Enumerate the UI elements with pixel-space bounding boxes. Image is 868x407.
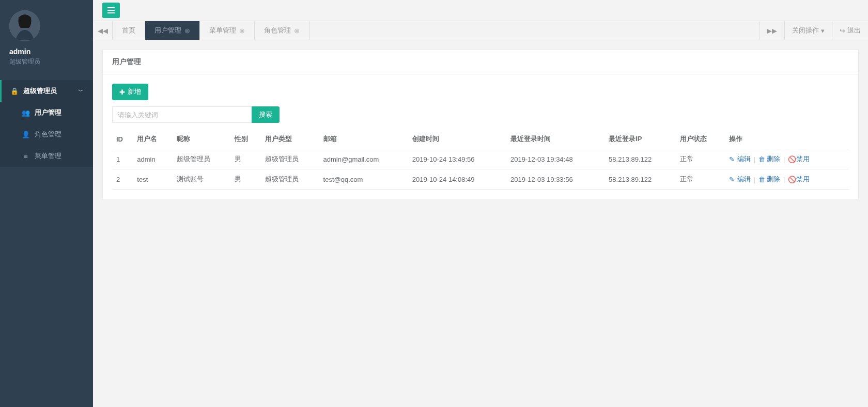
chevron-down-icon: ﹀ [78,87,84,95]
user-role-label: 超级管理员 [9,57,84,66]
cell-nickname: 超级管理员 [173,149,231,169]
sidebar-item-菜单管理[interactable]: ≡菜单管理 [0,145,93,167]
main-panel: 用户管理 ✚新增 搜索 ID用户名昵称性别用户类型邮箱创建时间最近登录时间最近登… [102,50,859,199]
list-icon: ≡ [22,152,29,160]
table-header: 最近登录时间 [506,129,605,149]
table-row: 2test测试账号男超级管理员test@qq.com2019-10-24 14:… [112,169,849,190]
cell-last_ip: 58.213.89.122 [605,149,676,169]
trash-icon: 🗑 [758,176,765,183]
trash-icon: 🗑 [758,155,765,163]
users-table: ID用户名昵称性别用户类型邮箱创建时间最近登录时间最近登录IP用户状态操作 1a… [112,129,849,190]
tabs-scroll-left-button[interactable]: ◀◀ [93,21,113,40]
cell-gender: 男 [230,169,260,190]
sidebar-item-label: 角色管理 [35,130,61,139]
table-header: 创建时间 [408,129,506,149]
profile-block: admin 超级管理员 [0,0,93,74]
tab-label: 菜单管理 [209,26,236,35]
cell-last_ip: 58.213.89.122 [605,169,676,190]
users-icon: 👥 [22,109,29,117]
tab-首页[interactable]: 首页 [113,21,145,40]
avatar[interactable] [9,10,40,41]
menu-toggle-button[interactable] [102,3,120,18]
tab-菜单管理[interactable]: 菜单管理⊗ [200,21,255,40]
edit-link[interactable]: ✎编辑 [729,175,751,184]
sidebar-item-用户管理[interactable]: 👥用户管理 [0,102,93,123]
tabbar: ◀◀ 首页用户管理⊗菜单管理⊗角色管理⊗ ▶▶ 关闭操作▾ ↪退出 [93,21,868,40]
search-button[interactable]: 搜索 [252,106,280,123]
cell-last_login: 2019-12-03 19:33:56 [506,169,605,190]
add-button-label: 新增 [128,87,141,97]
close-ops-dropdown[interactable]: 关闭操作▾ [784,21,832,40]
topbar [93,0,868,21]
close-ops-label: 关闭操作 [792,26,819,35]
table-header: 用户类型 [261,129,319,149]
table-header: 用户名 [133,129,173,149]
close-icon[interactable]: ⊗ [239,27,245,35]
tab-角色管理[interactable]: 角色管理⊗ [255,21,309,40]
table-header: 用户状态 [676,129,725,149]
edit-link[interactable]: ✎编辑 [729,154,751,164]
tab-label: 用户管理 [154,26,181,35]
add-button[interactable]: ✚新增 [112,84,148,100]
nav-menu: 🔒超级管理员 ﹀ 👥用户管理👤角色管理≡菜单管理 [0,80,93,167]
delete-link[interactable]: 🗑删除 [758,154,780,164]
table-header: 最近登录IP [605,129,676,149]
sidebar-item-角色管理[interactable]: 👤角色管理 [0,123,93,145]
cell-last_login: 2019-12-03 19:34:48 [506,149,605,169]
nav-group-super-admin[interactable]: 🔒超级管理员 ﹀ [0,80,93,102]
table-header: 性别 [230,129,260,149]
logout-button[interactable]: ↪退出 [832,21,868,40]
username-label: admin [9,48,84,56]
logout-icon: ↪ [840,27,845,35]
user-icon: 👤 [22,131,29,138]
close-icon[interactable]: ⊗ [294,27,300,35]
cell-email: test@qq.com [319,169,408,190]
disable-link[interactable]: 🚫禁用 [788,175,810,184]
delete-link[interactable]: 🗑删除 [758,175,780,184]
edit-icon: ✎ [729,176,735,183]
cell-email: admin@gmail.com [319,149,408,169]
cell-status: 正常 [676,169,725,190]
plus-icon: ✚ [119,88,125,96]
cell-gender: 男 [230,149,260,169]
cell-id: 2 [112,169,133,190]
table-header: 操作 [725,129,849,149]
close-icon[interactable]: ⊗ [184,27,190,35]
main-area: ◀◀ 首页用户管理⊗菜单管理⊗角色管理⊗ ▶▶ 关闭操作▾ ↪退出 用户管理 ✚… [93,0,868,407]
eye-off-icon: 🚫 [788,176,794,183]
sidebar-item-label: 菜单管理 [35,151,61,161]
edit-icon: ✎ [729,155,735,163]
cell-ops: ✎编辑|🗑删除|🚫禁用 [725,149,849,169]
cell-created: 2019-10-24 14:08:49 [408,169,506,190]
cell-created: 2019-10-24 13:49:56 [408,149,506,169]
table-header: 昵称 [173,129,231,149]
cell-nickname: 测试账号 [173,169,231,190]
tabs-scroll-right-button[interactable]: ▶▶ [759,21,784,40]
cell-type: 超级管理员 [261,149,319,169]
disable-link[interactable]: 🚫禁用 [788,154,810,164]
lock-icon: 🔒 [11,87,18,95]
nav-group-label: 超级管理员 [23,86,57,96]
cell-type: 超级管理员 [261,169,319,190]
sidebar-item-label: 用户管理 [35,108,61,117]
cell-username: test [133,169,173,190]
page-title: 用户管理 [103,50,858,74]
sidebar: admin 超级管理员 🔒超级管理员 ﹀ 👥用户管理👤角色管理≡菜单管理 [0,0,93,407]
cell-username: admin [133,149,173,169]
table-header: 邮箱 [319,129,408,149]
tab-label: 角色管理 [264,26,291,35]
logout-label: 退出 [847,26,861,35]
table-row: 1admin超级管理员男超级管理员admin@gmail.com2019-10-… [112,149,849,169]
caret-down-icon: ▾ [821,27,825,35]
table-header: ID [112,129,133,149]
cell-status: 正常 [676,149,725,169]
tab-label: 首页 [122,26,135,35]
cell-ops: ✎编辑|🗑删除|🚫禁用 [725,169,849,190]
tab-用户管理[interactable]: 用户管理⊗ [145,21,200,40]
cell-id: 1 [112,149,133,169]
search-input[interactable] [112,106,252,123]
eye-off-icon: 🚫 [788,155,794,163]
